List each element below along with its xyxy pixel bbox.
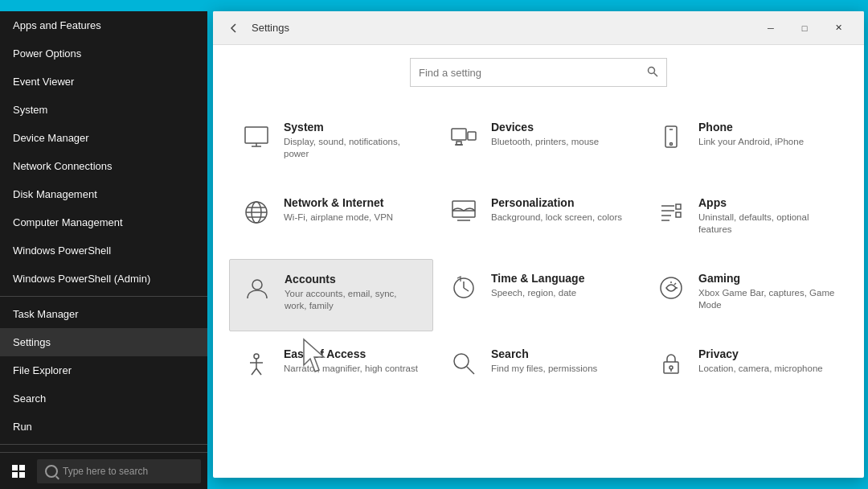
sidebar-item-power-options[interactable]: Power Options [0,39,207,68]
tile-devices-subtitle: Bluetooth, printers, mouse [491,136,629,148]
tile-ease-text: Ease of Access Narrator, magnifier, high… [284,347,422,375]
sidebar-item-run[interactable]: Run [0,413,207,441]
tile-system[interactable]: System Display, sound, notifications, po… [229,108,433,180]
tile-apps-text: Apps Uninstall, defaults, optional featu… [698,196,837,236]
tile-apps[interactable]: Apps Uninstall, defaults, optional featu… [644,183,848,256]
start-button[interactable] [0,453,37,490]
sidebar-item-system[interactable]: System [0,96,207,124]
tile-time-subtitle: Speech, region, date [491,287,629,299]
tile-phone[interactable]: Phone Link your Android, iPhone [644,108,848,180]
taskbar-search-box[interactable]: Type here to search [37,459,201,483]
tile-time-text: Time & Language Speech, region, date [491,272,629,299]
menu-item-label: Disk Management [13,188,97,200]
svg-line-36 [674,283,676,285]
svg-line-33 [464,288,469,291]
svg-line-41 [252,368,256,375]
settings-search-area [213,45,864,100]
menu-divider [0,296,207,297]
menu-items-list: Apps and Features Power Options Event Vi… [0,11,207,489]
sidebar-item-network-connections[interactable]: Network Connections [0,152,207,180]
settings-search-box[interactable] [410,58,667,87]
svg-point-38 [254,354,259,359]
menu-item-label: Task Manager [13,308,79,320]
search-icon [45,465,58,478]
tile-apps-title: Apps [698,196,837,209]
sidebar-item-apps-features[interactable]: Apps and Features [0,11,207,39]
maximize-icon: □ [802,23,808,33]
menu-item-label: Device Manager [13,132,89,144]
sidebar-item-settings[interactable]: Settings [0,328,207,356]
sidebar-item-windows-powershell[interactable]: Windows PowerShell [0,236,207,265]
sidebar-item-event-viewer[interactable]: Event Viewer [0,68,207,96]
close-icon: ✕ [835,23,842,33]
settings-search-input[interactable] [419,67,647,79]
apps-icon [655,196,687,228]
sidebar-item-windows-powershell-admin[interactable]: Windows PowerShell (Admin) [0,265,207,293]
tile-network[interactable]: Network & Internet Wi-Fi, airplane mode,… [229,183,433,256]
tile-gaming[interactable]: Gaming Xbox Game Bar, captures, Game Mod… [644,259,848,331]
menu-item-label: System [13,104,47,116]
window-title: Settings [252,22,289,34]
tile-search[interactable]: Search Find my files, permissions [436,335,641,407]
svg-point-30 [252,280,262,290]
tile-personalization[interactable]: Personalization Background, lock screen,… [436,183,641,256]
menu-item-label: File Explorer [13,364,72,376]
gaming-icon [655,272,687,304]
menu-item-label: Windows PowerShell (Admin) [13,273,150,285]
tile-devices-text: Devices Bluetooth, printers, mouse [491,121,629,148]
tile-time-title: Time & Language [491,272,629,285]
tile-ease-title: Ease of Access [284,347,422,360]
sidebar-item-file-explorer[interactable]: File Explorer [0,356,207,384]
close-button[interactable]: ✕ [822,16,854,40]
tile-personalization-title: Personalization [491,196,629,209]
personalization-icon [448,196,480,228]
accounts-icon [241,273,273,305]
menu-item-label: Windows PowerShell [13,244,111,257]
tile-search-title: Search [491,347,629,360]
sidebar-item-computer-management[interactable]: Computer Management [0,208,207,236]
tile-personalization-text: Personalization Background, lock screen,… [491,196,629,224]
svg-rect-6 [245,127,268,143]
tile-accounts-subtitle: Your accounts, email, sync, work, family [285,288,421,312]
tile-network-subtitle: Wi-Fi, airplane mode, VPN [284,212,422,224]
svg-rect-28 [676,204,681,209]
privacy-icon [655,347,687,380]
tile-devices[interactable]: Devices Bluetooth, printers, mouse [436,108,641,180]
menu-item-label: Event Viewer [13,76,74,88]
menu-divider-2 [0,444,207,445]
tile-accounts-text: Accounts Your accounts, email, sync, wor… [285,273,421,312]
tile-ease-of-access[interactable]: Ease of Access Narrator, magnifier, high… [229,335,433,407]
tile-privacy[interactable]: Privacy Location, camera, microphone [644,335,848,407]
tile-apps-subtitle: Uninstall, defaults, optional features [698,212,837,236]
minimize-button[interactable]: ─ [755,16,787,40]
tile-time-language[interactable]: Time & Language Speech, region, date [436,259,641,331]
menu-item-label: Network Connections [13,160,113,172]
sidebar-item-search[interactable]: Search [0,384,207,413]
sidebar-item-task-manager[interactable]: Task Manager [0,300,207,328]
tile-search-subtitle: Find my files, permissions [491,363,629,375]
maximize-button[interactable]: □ [788,16,821,40]
tile-gaming-text: Gaming Xbox Game Bar, captures, Game Mod… [698,272,837,311]
settings-window: Settings ─ □ ✕ [213,11,864,478]
back-button[interactable] [223,17,245,39]
ease-of-access-icon [240,347,272,380]
svg-line-5 [654,72,658,76]
time-icon [448,272,480,304]
tile-privacy-subtitle: Location, camera, microphone [698,363,837,375]
sidebar-item-device-manager[interactable]: Device Manager [0,124,207,152]
tile-phone-title: Phone [698,121,837,134]
tile-gaming-subtitle: Xbox Game Bar, captures, Game Mode [698,287,837,311]
svg-point-15 [670,143,673,146]
menu-item-label: Settings [13,336,51,348]
taskbar: Type here to search [0,452,207,489]
tile-network-text: Network & Internet Wi-Fi, airplane mode,… [284,196,422,224]
tile-privacy-title: Privacy [698,347,837,360]
tile-accounts[interactable]: Accounts Your accounts, email, sync, wor… [229,259,433,331]
settings-grid: System Display, sound, notifications, po… [213,100,864,478]
svg-rect-2 [12,472,18,478]
svg-rect-29 [676,212,681,217]
tile-gaming-title: Gaming [698,272,837,285]
sidebar-item-disk-management[interactable]: Disk Management [0,180,207,208]
svg-point-43 [454,354,469,368]
svg-rect-0 [12,465,18,471]
